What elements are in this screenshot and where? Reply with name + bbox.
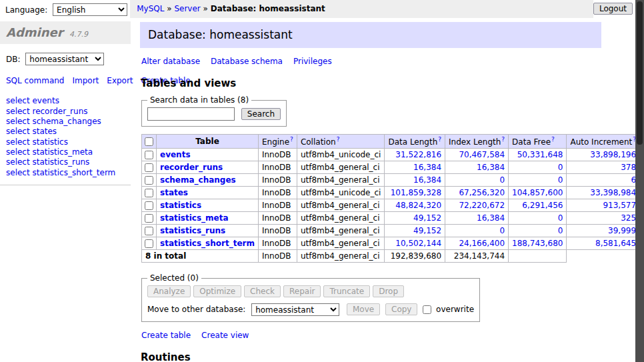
create-table-link[interactable]: Create table [141,331,191,340]
table-link-statistics-meta[interactable]: statistics_meta [160,213,229,223]
language-select[interactable]: English [53,3,127,16]
data-free-cell[interactable]: 0 [509,174,567,187]
help-link-index-length[interactable]: ? [501,136,505,143]
index-length-cell[interactable]: 67,256,320 [445,187,509,199]
data-free-cell[interactable]: 50,331,648 [509,149,567,161]
data-length-cell[interactable]: 10,502,144 [385,237,445,250]
search-input[interactable] [147,107,235,121]
table-link-statistics-short-term[interactable]: statistics_short_term [160,239,255,248]
move-button[interactable]: Move [347,303,380,315]
col-header-engine: Engine? [258,135,297,149]
row-checkbox[interactable] [145,201,153,210]
sidebar-select-statistics-meta-link[interactable]: select statistics_meta [6,147,131,157]
data-free-cell[interactable]: 0 [509,212,567,225]
copy-button[interactable]: Copy [385,303,417,315]
sidebar-select-schema-changes-link[interactable]: select schema_changes [6,117,131,127]
help-link-data-free[interactable]: ? [551,136,555,143]
auto-increment-cell[interactable]: 6 [567,174,640,187]
sidebar-select-recorder-runs-link[interactable]: select recorder_runs [6,107,131,117]
sidebar-sql-command-link[interactable]: SQL command [6,76,64,85]
sidebar-import-link[interactable]: Import [72,76,99,85]
optimize-button[interactable]: Optimize [193,285,241,297]
data-length-cell[interactable]: 31,522,816 [385,149,445,161]
auto-increment-cell[interactable]: 378 [567,161,640,174]
index-length-cell[interactable]: 72,220,672 [445,199,509,212]
col-header-table: Table [157,135,259,149]
scrollbar[interactable] [635,0,644,362]
index-length-cell[interactable]: 16,384 [445,161,509,174]
table-link-events[interactable]: events [160,150,191,159]
auto-increment-cell[interactable]: 913,577 [567,199,640,212]
table-link-recorder-runs[interactable]: recorder_runs [160,163,223,172]
create-view-link[interactable]: Create view [201,331,249,340]
breadcrumb-server[interactable]: Server [174,4,200,13]
col-header-label: Auto Increment [570,137,632,147]
auto-increment-cell[interactable]: 325 [567,212,640,225]
overwrite-checkbox[interactable] [423,305,431,314]
database-schema-link[interactable]: Database schema [211,57,283,66]
data-free-cell[interactable]: 188,743,680 [509,237,567,250]
auto-increment-cell[interactable]: 39,999 [567,225,640,237]
analyze-button[interactable]: Analyze [147,285,191,297]
check-button[interactable]: Check [244,285,281,297]
logout-button[interactable]: Logout [593,3,633,15]
auto-increment-cell[interactable]: 33,398,984 [567,187,640,199]
privileges-link[interactable]: Privileges [293,57,332,66]
index-length-cell[interactable]: 70,467,584 [445,149,509,161]
row-checkbox[interactable] [145,163,153,172]
sidebar-select-events-link[interactable]: select events [6,96,131,106]
row-checkbox[interactable] [145,214,153,223]
table-link-statistics-runs[interactable]: statistics_runs [160,226,225,235]
sidebar-export-link[interactable]: Export [107,76,133,85]
alter-database-link[interactable]: Alter database [141,57,200,66]
select-all-cell [142,135,157,149]
scrollbar-thumb[interactable] [637,1,643,145]
data-free-cell[interactable]: 0 [509,161,567,174]
data-length-cell[interactable]: 49,152 [385,225,445,237]
sidebar-select-statistics-runs-link[interactable]: select statistics_runs [6,157,131,167]
help-link-collation[interactable]: ? [337,136,340,143]
row-checkbox[interactable] [145,176,153,185]
table-link-states[interactable]: states [160,188,188,197]
index-length-cell[interactable]: 0 [445,225,509,237]
auto-increment-cell[interactable]: 33,898,196 [567,149,640,161]
overwrite-label[interactable]: overwrite [436,305,474,314]
row-checkbox[interactable] [145,239,153,248]
data-free-cell[interactable]: 0 [509,225,567,237]
data-free-cell[interactable]: 104,857,600 [509,187,567,199]
select-all-checkbox[interactable] [145,137,153,146]
row-checkbox[interactable] [145,151,153,159]
help-link-engine[interactable]: ? [290,136,293,143]
table-name-cell: statistics_meta [157,212,259,225]
row-select-cell [142,187,157,199]
search-button[interactable]: Search [241,108,281,120]
index-length-cell[interactable]: 0 [445,174,509,187]
db-select[interactable]: homeassistant [25,53,104,65]
data-length-cell[interactable]: 49,152 [385,212,445,225]
app-name: Adminer [6,25,63,39]
sidebar-select-statistics-link[interactable]: select statistics [6,137,131,147]
move-db-select[interactable]: homeassistant [251,303,339,316]
breadcrumb-mysql[interactable]: MySQL [137,4,164,13]
page-title: Database: homeassistant [140,22,601,48]
db-label: DB: [6,55,21,64]
repair-button[interactable]: Repair [283,285,321,297]
row-checkbox[interactable] [145,189,153,197]
data-length-cell[interactable]: 16,384 [385,161,445,174]
truncate-button[interactable]: Truncate [323,285,370,297]
drop-button[interactable]: Drop [373,285,404,297]
index-length-cell[interactable]: 24,166,400 [445,237,509,250]
table-link-schema-changes[interactable]: schema_changes [160,175,236,185]
table-row-events: eventsInnoDButf8mb4_unicode_ci31,522,816… [142,149,644,161]
index-length-cell[interactable]: 16,384 [445,212,509,225]
data-length-cell[interactable]: 101,859,328 [385,187,445,199]
table-link-statistics[interactable]: statistics [160,201,201,210]
data-length-cell[interactable]: 16,384 [385,174,445,187]
data-free-cell[interactable]: 6,291,456 [509,199,567,212]
row-checkbox[interactable] [145,227,153,235]
auto-increment-cell[interactable]: 8,581,645 [567,237,640,250]
data-length-cell[interactable]: 48,824,320 [385,199,445,212]
sidebar-select-statistics-short-term-link[interactable]: select statistics_short_term [6,168,131,178]
help-link-data-length[interactable]: ? [438,136,441,143]
sidebar-select-states-link[interactable]: select states [6,127,131,137]
